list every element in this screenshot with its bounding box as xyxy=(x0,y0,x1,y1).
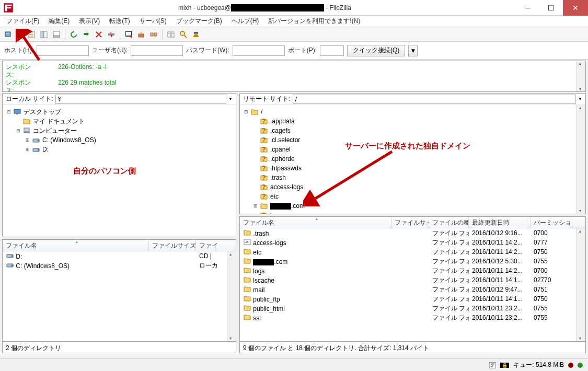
local-tree[interactable]: ⊟デスクトップマイ ドキュメント⊟コンピューター⊞C: (Windows8_OS… xyxy=(3,105,236,237)
expand-icon[interactable]: ⊟ xyxy=(6,109,12,114)
local-file-list[interactable]: D:CD | C: (Windows8_OS)ローカ xyxy=(3,251,236,341)
menu-item[interactable]: ヘルプ(H) xyxy=(227,16,263,27)
column-header[interactable]: ファイルサイズ xyxy=(391,217,429,228)
list-item[interactable]: .comファイル フォ...2016/10/12 5:30...0755 xyxy=(240,257,585,266)
tree-node[interactable]: ⊟/ xyxy=(243,107,582,117)
list-item[interactable]: public_ftpファイル フォ...2016/10/11 14:1...07… xyxy=(240,294,585,304)
tree-node[interactable]: ⊞D: xyxy=(6,145,233,154)
list-item[interactable]: etcファイル フォ...2016/10/11 14:2...0750 xyxy=(240,247,585,257)
toggle-queue-button[interactable] xyxy=(51,29,62,40)
scrollbar[interactable] xyxy=(227,251,236,341)
scrollbar[interactable] xyxy=(577,228,585,341)
remote-path-input[interactable] xyxy=(293,95,576,104)
tree-node[interactable]: ?etc xyxy=(243,192,582,201)
expand-icon[interactable]: ⊞ xyxy=(25,137,31,143)
local-list-panel: ファイル名▴ファイルサイズファイ D:CD | C: (Windows8_OS)… xyxy=(2,239,236,342)
menu-item[interactable]: サーバ(S) xyxy=(135,16,171,27)
quick-connect-history-button[interactable]: ▼ xyxy=(408,45,418,56)
tree-node[interactable]: ?.cl.selector xyxy=(243,135,582,145)
redacted-host: xxxxxxxxxxxxx xyxy=(231,4,324,11)
find-button[interactable] xyxy=(190,29,202,40)
port-input[interactable] xyxy=(320,45,344,56)
column-header[interactable]: ファイル名▴ xyxy=(240,217,391,228)
expand-icon[interactable]: ⊞ xyxy=(252,203,259,208)
host-input[interactable] xyxy=(37,45,89,56)
column-header[interactable]: ファイルの種類 xyxy=(429,217,469,228)
list-item[interactable]: lscacheファイル フォ...2016/10/11 14:1...02770 xyxy=(240,275,585,285)
search-button[interactable] xyxy=(178,29,189,40)
status-bar: ℱ 🔒 キュー: 514.8 MiB xyxy=(0,358,588,371)
svg-rect-20 xyxy=(154,33,157,36)
remote-file-list[interactable]: .trashファイル フォ...2016/10/12 9:16...0700 a… xyxy=(240,228,585,341)
svg-text:?: ? xyxy=(262,137,266,143)
list-item[interactable]: access-logsファイル フォ...2016/10/11 14:2...0… xyxy=(240,238,585,247)
menu-item[interactable]: ファイル(F) xyxy=(2,16,43,27)
menu-item[interactable]: 新バージョンを利用できます!(N) xyxy=(264,16,364,27)
tree-node[interactable]: ?.cagefs xyxy=(243,126,582,135)
disconnect-button[interactable] xyxy=(106,29,117,40)
menu-item[interactable]: 編集(E) xyxy=(44,16,74,27)
svg-text:?: ? xyxy=(262,118,266,124)
tree-node[interactable]: ?access-logs xyxy=(243,182,582,192)
tree-node[interactable]: ?.trash xyxy=(243,173,582,182)
refresh-button[interactable] xyxy=(68,29,79,40)
qfolder-icon: ? xyxy=(260,127,268,134)
local-site-label: ローカル サイト: xyxy=(6,95,53,103)
quick-connect-button[interactable]: クイック接続(Q) xyxy=(347,45,405,56)
local-path-input[interactable] xyxy=(55,95,226,104)
tree-node[interactable]: マイ ドキュメント xyxy=(6,117,233,126)
list-item[interactable]: D:CD | xyxy=(3,251,236,261)
tree-node[interactable]: ?logs xyxy=(243,211,582,214)
list-item[interactable]: public_htmlファイル フォ...2016/10/11 23:2...0… xyxy=(240,304,585,313)
svg-point-27 xyxy=(194,32,196,34)
sitemanager-button[interactable] xyxy=(3,29,15,40)
expand-icon[interactable]: ⊞ xyxy=(25,147,31,152)
expand-icon[interactable]: ⊟ xyxy=(15,128,21,133)
column-header[interactable]: 最終更新日時 xyxy=(469,217,531,228)
column-header[interactable]: ファイルサイズ xyxy=(149,240,196,251)
tree-node[interactable]: ⊟コンピューター xyxy=(6,126,233,135)
list-item[interactable]: logsファイル フォ...2016/10/11 14:2...0700 xyxy=(240,266,585,275)
column-header[interactable]: ファイ xyxy=(196,240,235,251)
remote-tree[interactable]: ⊟/?.appdata?.cagefs?.cl.selector?.cpanel… xyxy=(240,105,585,214)
svg-point-34 xyxy=(38,140,39,141)
tree-node[interactable]: ⊞.com xyxy=(243,201,582,211)
scrollbar[interactable] xyxy=(577,105,585,214)
tree-node[interactable]: ⊟デスクトップ xyxy=(6,107,233,117)
scrollbar[interactable] xyxy=(577,61,585,91)
column-header[interactable]: パーミッション xyxy=(531,217,572,228)
cancel-button[interactable] xyxy=(93,29,105,40)
minimize-button[interactable]: ─ xyxy=(516,0,539,16)
list-item[interactable]: mailファイル フォ...2016/10/12 9:47...0751 xyxy=(240,285,585,294)
menu-item[interactable]: ブックマーク(B) xyxy=(172,16,226,27)
expand-icon[interactable]: ⊟ xyxy=(243,109,249,114)
toggle-log-button[interactable] xyxy=(26,29,37,40)
tree-node[interactable]: ⊞C: (Windows8_OS) xyxy=(6,135,233,145)
password-input[interactable] xyxy=(233,45,285,56)
tree-label: .cagefs xyxy=(269,127,292,134)
toggle-tree-button[interactable] xyxy=(38,29,50,40)
filter-button[interactable] xyxy=(135,29,147,40)
username-input[interactable] xyxy=(131,45,183,56)
close-button[interactable]: ✕ xyxy=(563,0,588,16)
list-item[interactable]: .trashファイル フォ...2016/10/12 9:16...0700 xyxy=(240,228,585,238)
maximize-button[interactable]: ☐ xyxy=(539,0,563,16)
menu-item[interactable]: 転送(T) xyxy=(105,16,134,27)
message-log[interactable]: レスポンス:226-Options: -a -lレスポンス:226 29 mat… xyxy=(2,61,586,92)
tree-label: .cpanel xyxy=(269,146,292,153)
compare-button[interactable] xyxy=(148,29,159,40)
tree-node[interactable]: ?.appdata xyxy=(243,117,582,126)
tree-node[interactable]: ?.cphorde xyxy=(243,154,582,164)
sync-browse-button[interactable] xyxy=(165,29,177,40)
list-item[interactable]: C: (Windows8_OS)ローカ xyxy=(3,261,236,270)
tree-node[interactable]: ?.htpasswds xyxy=(243,164,582,173)
column-header[interactable]: ファイル名▴ xyxy=(3,240,149,251)
tree-label: .htpasswds xyxy=(269,165,303,172)
local-tree-panel: ローカル サイト: ▼ ⊟デスクトップマイ ドキュメント⊟コンピューター⊞C: … xyxy=(2,93,236,237)
tree-node[interactable]: ?.cpanel xyxy=(243,145,582,154)
reconnect-button[interactable] xyxy=(123,29,134,40)
process-queue-button[interactable] xyxy=(80,29,92,40)
list-item[interactable]: sslファイル フォ...2016/10/11 23:2...0755 xyxy=(240,313,585,322)
menu-item[interactable]: 表示(V) xyxy=(75,16,104,27)
remote-list-panel: ファイル名▴ファイルサイズファイルの種類最終更新日時パーミッション .trash… xyxy=(239,216,586,342)
